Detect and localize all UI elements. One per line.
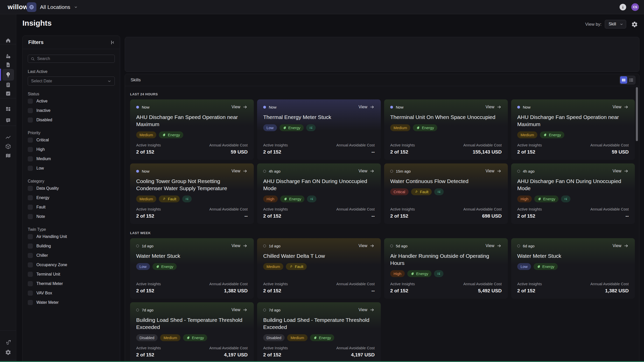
list-view-button[interactable]	[628, 76, 635, 84]
location-switcher[interactable]: All Locations	[27, 2, 78, 12]
checkbox[interactable]	[28, 205, 33, 210]
checkbox[interactable]	[28, 138, 33, 143]
live-status-dot	[136, 106, 139, 109]
checkbox[interactable]	[28, 272, 33, 277]
critical-badge: Critical	[390, 188, 409, 195]
checkbox[interactable]	[28, 166, 33, 171]
insight-card[interactable]: 15m agoViewWater Continuous Flow Detecte…	[384, 163, 508, 224]
collapse-filters-button[interactable]	[110, 40, 115, 45]
view-link[interactable]: View	[359, 104, 375, 110]
checkbox[interactable]	[28, 291, 33, 296]
insight-card[interactable]: 1d agoViewWater Meter StuckLowEnergyActi…	[130, 238, 254, 299]
filter-option-medium[interactable]: Medium	[28, 154, 115, 163]
view-link[interactable]: View	[359, 169, 375, 174]
active-insights-value: 2 of 152	[136, 352, 161, 358]
energy-badge: Energy	[279, 124, 304, 131]
filter-option-fault[interactable]: Fault	[28, 202, 115, 212]
checkbox[interactable]	[28, 300, 33, 305]
medium-badge: Medium	[287, 334, 307, 341]
view-link[interactable]: View	[232, 243, 248, 248]
scrollbar-thumb[interactable]	[636, 87, 638, 141]
checkbox[interactable]	[28, 281, 33, 286]
card-title: AHU Discharge Fan Speed Operation near M…	[517, 114, 629, 128]
filter-option-occupancy-zone[interactable]: Occupancy Zone	[28, 260, 115, 269]
sidebar-item-home[interactable]	[2, 35, 14, 46]
view-by-select[interactable]: Skill	[605, 20, 626, 28]
badge-label: Medium	[394, 126, 407, 130]
badge-row: MediumEnergy	[517, 131, 629, 138]
view-link[interactable]: View	[486, 243, 502, 248]
checkbox[interactable]	[28, 244, 33, 249]
insight-card[interactable]: NowViewCooling Tower Group Not Resetting…	[130, 163, 254, 224]
filter-option-vav-box[interactable]: VAV Box	[28, 288, 115, 298]
badge-label: Energy	[543, 197, 555, 201]
filter-option-inactive[interactable]: Inactive	[28, 106, 115, 115]
view-link[interactable]: View	[232, 104, 248, 110]
view-link[interactable]: View	[613, 243, 629, 248]
filter-option-thermal-meter[interactable]: Thermal Meter	[28, 279, 115, 288]
filter-option-water-meter[interactable]: Water Meter	[28, 298, 115, 307]
checkbox[interactable]	[28, 195, 33, 200]
insight-card[interactable]: 4h agoViewAHU Discharge Fan ON During Un…	[257, 163, 381, 224]
sidebar-item-dashboard[interactable]	[2, 103, 14, 115]
checkbox[interactable]	[28, 253, 33, 258]
arrow-right-icon	[497, 104, 502, 110]
filter-option-high[interactable]: High	[28, 145, 115, 154]
insight-card[interactable]: 6d agoViewWater Meter StuckLowEnergyActi…	[511, 238, 635, 299]
checkbox[interactable]	[28, 234, 33, 239]
badge-label: High	[521, 197, 528, 201]
filter-option-energy[interactable]: Energy	[28, 193, 115, 202]
avatar[interactable]: CS	[631, 3, 639, 11]
sidebar-item-settings[interactable]	[2, 346, 14, 358]
view-link[interactable]: View	[613, 104, 629, 110]
filter-option-disabled[interactable]: Disabled	[28, 115, 115, 125]
filter-option-low[interactable]: Low	[28, 163, 115, 173]
checkbox[interactable]	[28, 262, 33, 267]
settings-gear-button[interactable]	[631, 21, 638, 28]
insight-card[interactable]: NowViewTherminal Unit On When Space Unoc…	[384, 99, 508, 160]
filter-option-note[interactable]: Note	[28, 212, 115, 221]
sidebar-item-checks[interactable]	[2, 88, 14, 99]
search-input[interactable]	[37, 56, 112, 61]
last-active-date-select[interactable]: Select Date	[28, 77, 115, 86]
filter-option-terminal-unit[interactable]: Terminal Unit	[28, 269, 115, 279]
filter-option-chiller[interactable]: Chiller	[28, 251, 115, 260]
insight-card[interactable]: 1d agoViewChilled Water Delta T LowMediu…	[257, 238, 381, 299]
avoidable-cost-label: Annual Avoidable Cost	[336, 282, 375, 286]
insight-card[interactable]: 7d agoViewBuilding Load Shed - Temperatu…	[257, 302, 381, 362]
view-link[interactable]: View	[232, 169, 248, 174]
avoidable-cost-value: 4,197 USD	[209, 352, 248, 358]
location-label: All Locations	[40, 4, 70, 10]
insight-card[interactable]: NowViewThermal Energy Meter StuckLowEner…	[257, 99, 381, 160]
view-link[interactable]: View	[359, 307, 375, 312]
view-link[interactable]: View	[232, 307, 248, 312]
insight-card[interactable]: 5d agoViewAir Handler Running Outside of…	[384, 238, 508, 299]
filter-option-air-handling-unit[interactable]: Air Handling Unit	[28, 232, 115, 241]
checkbox[interactable]	[28, 156, 33, 161]
view-link[interactable]: View	[486, 104, 502, 110]
insight-card[interactable]: 7d agoViewBuilding Load Shed - Temperatu…	[130, 302, 254, 362]
rules-icon	[437, 190, 441, 194]
medium-badge: Medium	[160, 334, 180, 341]
insight-card[interactable]: NowViewAHU Discharge Fan Speed Operation…	[511, 99, 635, 160]
view-link[interactable]: View	[486, 169, 502, 174]
view-link[interactable]: View	[613, 169, 629, 174]
checkbox[interactable]	[28, 99, 33, 104]
sidebar-item-map[interactable]	[2, 150, 14, 161]
checkbox[interactable]	[28, 147, 33, 152]
insight-card[interactable]: NowViewAHU Discharge Fan Speed Operation…	[130, 99, 254, 160]
checkbox[interactable]	[28, 186, 33, 191]
sidebar-divider	[0, 330, 16, 330]
insight-card[interactable]: 4h agoViewAHU Discharge Fan ON During Un…	[511, 163, 635, 224]
filter-option-building[interactable]: Building	[28, 241, 115, 251]
filter-option-critical[interactable]: Critical	[28, 135, 115, 145]
view-link[interactable]: View	[359, 243, 375, 248]
checkbox[interactable]	[28, 214, 33, 219]
sidebar-item-reports[interactable]	[2, 115, 14, 126]
checkbox[interactable]	[28, 108, 33, 113]
info-button[interactable]: i	[620, 4, 626, 10]
filter-option-data-quality[interactable]: Data Quality	[28, 184, 115, 193]
checkbox[interactable]	[28, 117, 33, 123]
filter-option-active[interactable]: Active	[28, 96, 115, 106]
grid-view-button[interactable]	[620, 76, 627, 84]
